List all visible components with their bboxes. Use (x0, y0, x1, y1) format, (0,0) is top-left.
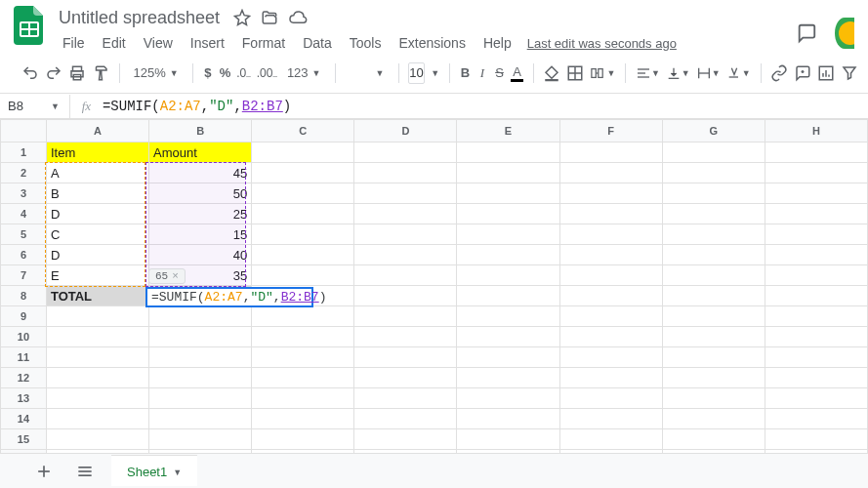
cell-B14[interactable] (149, 409, 252, 429)
cell-A8[interactable]: TOTAL (46, 286, 148, 306)
sheet-tab[interactable]: Sheet1 ▼ (111, 456, 197, 486)
cell-A5[interactable]: C (46, 224, 148, 245)
cell-D6[interactable] (354, 245, 457, 265)
cell-D12[interactable] (354, 368, 457, 388)
cell-B1[interactable]: Amount (149, 142, 252, 163)
cell-F11[interactable] (559, 347, 662, 368)
cell-C8[interactable] (252, 286, 354, 306)
cell-A14[interactable] (46, 409, 148, 429)
doc-title[interactable]: Untitled spreadsheet (55, 8, 224, 28)
font-size-dropdown-icon[interactable]: ▼ (431, 68, 439, 78)
row-header-3[interactable]: 3 (1, 183, 47, 204)
row-header-1[interactable]: 1 (1, 142, 47, 163)
cell-C10[interactable] (252, 327, 354, 347)
cell-D8[interactable] (354, 286, 457, 306)
row-header-8[interactable]: 8 (1, 286, 47, 306)
cell-G3[interactable] (662, 183, 765, 204)
cell-F12[interactable] (559, 368, 662, 388)
cell-H15[interactable] (765, 429, 867, 450)
cell-A11[interactable] (46, 347, 148, 368)
text-color-icon[interactable]: A (511, 61, 523, 86)
cell-B3[interactable]: 50 (149, 183, 252, 204)
cell-C12[interactable] (252, 368, 354, 388)
cell-C5[interactable] (252, 224, 354, 245)
col-header-C[interactable]: C (252, 120, 354, 142)
row-header-4[interactable]: 4 (1, 204, 47, 224)
cell-E5[interactable] (457, 224, 559, 245)
cell-E11[interactable] (457, 347, 559, 368)
menu-edit[interactable]: Edit (95, 31, 134, 55)
cell-F15[interactable] (559, 429, 662, 450)
cell-E6[interactable] (457, 245, 559, 265)
row-header-10[interactable]: 10 (1, 327, 47, 347)
name-box[interactable]: B8 (0, 99, 51, 113)
cell-B12[interactable] (149, 368, 252, 388)
col-header-E[interactable]: E (457, 120, 559, 142)
select-all-corner[interactable] (1, 120, 47, 142)
redo-icon[interactable] (45, 61, 62, 86)
row-header-5[interactable]: 5 (1, 224, 47, 245)
cell-F6[interactable] (559, 245, 662, 265)
cell-C2[interactable] (252, 163, 354, 183)
cell-G7[interactable] (662, 265, 765, 286)
cell-G10[interactable] (662, 327, 765, 347)
menu-view[interactable]: View (136, 31, 181, 55)
cell-H9[interactable] (765, 306, 867, 327)
cell-A9[interactable] (46, 306, 148, 327)
cell-E13[interactable] (457, 388, 559, 409)
cell-F14[interactable] (559, 409, 662, 429)
increase-decimal-icon[interactable]: .00_ (257, 61, 277, 86)
col-header-B[interactable]: B (149, 120, 252, 142)
strikethrough-icon[interactable]: S (494, 61, 506, 86)
cell-F13[interactable] (559, 388, 662, 409)
cell-A15[interactable] (46, 429, 148, 450)
cell-A7[interactable]: E (46, 265, 148, 286)
row-header-11[interactable]: 11 (1, 347, 47, 368)
menu-file[interactable]: File (55, 31, 93, 55)
cell-D3[interactable] (354, 183, 457, 204)
cell-E12[interactable] (457, 368, 559, 388)
cell-H11[interactable] (765, 347, 867, 368)
cell-H6[interactable] (765, 245, 867, 265)
paint-format-icon[interactable] (92, 61, 109, 86)
cell-H5[interactable] (765, 224, 867, 245)
add-sheet-icon[interactable] (29, 457, 59, 486)
v-align-icon[interactable]: ▼ (666, 61, 690, 86)
menu-insert[interactable]: Insert (183, 31, 232, 55)
cell-B15[interactable] (149, 429, 252, 450)
cell-F7[interactable] (559, 265, 662, 286)
name-box-dropdown-icon[interactable]: ▼ (51, 102, 60, 111)
cell-H12[interactable] (765, 368, 867, 388)
insert-link-icon[interactable] (770, 61, 788, 86)
cell-H13[interactable] (765, 388, 867, 409)
cell-A1[interactable]: Item (46, 142, 148, 163)
cell-B11[interactable] (149, 347, 252, 368)
cell-C9[interactable] (252, 306, 354, 327)
italic-icon[interactable]: I (476, 61, 488, 86)
col-header-G[interactable]: G (662, 120, 765, 142)
font-family-select[interactable]: ▼ (345, 68, 389, 78)
cell-H10[interactable] (765, 327, 867, 347)
cell-C7[interactable] (252, 265, 354, 286)
undo-icon[interactable] (21, 61, 39, 86)
move-icon[interactable] (261, 9, 278, 26)
menu-extensions[interactable]: Extensions (391, 31, 473, 55)
cell-G15[interactable] (662, 429, 765, 450)
cell-B2[interactable]: 45 (149, 163, 252, 183)
cell-B6[interactable]: 40 (149, 245, 252, 265)
cell-D2[interactable] (354, 163, 457, 183)
cell-G8[interactable] (662, 286, 765, 306)
cell-F2[interactable] (559, 163, 662, 183)
cell-G4[interactable] (662, 204, 765, 224)
cell-B13[interactable] (149, 388, 252, 409)
cell-D10[interactable] (354, 327, 457, 347)
cell-E2[interactable] (457, 163, 559, 183)
format-percent-icon[interactable]: % (220, 61, 231, 86)
cell-D9[interactable] (354, 306, 457, 327)
col-header-D[interactable]: D (354, 120, 457, 142)
menu-format[interactable]: Format (234, 31, 293, 55)
sheet-tab-menu-icon[interactable]: ▼ (173, 468, 182, 477)
col-header-A[interactable]: A (46, 120, 148, 142)
cell-F10[interactable] (559, 327, 662, 347)
sheets-app-icon[interactable] (10, 6, 49, 45)
